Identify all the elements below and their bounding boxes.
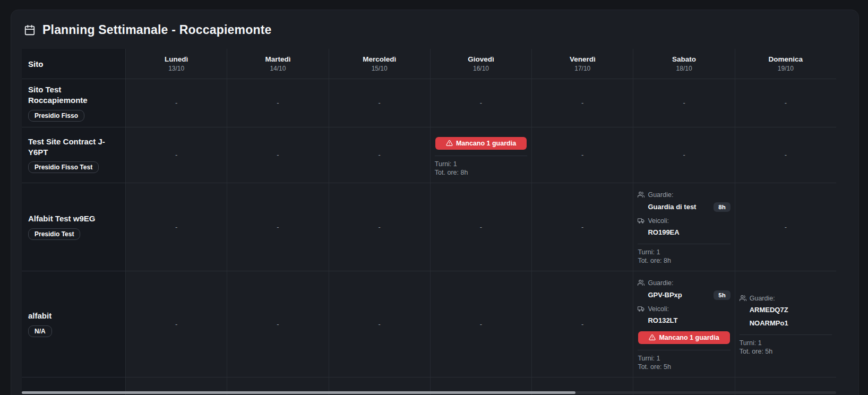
total-hours: Tot. ore: 5h	[638, 363, 730, 372]
planning-card: Planning Settimanale - Roccapiemonte Sit…	[11, 10, 859, 395]
day-cell[interactable]: Mancano 1 guardiaTurni: 1Tot. ore: 8h	[430, 127, 531, 183]
vehicle-entry: RO132LT	[638, 316, 730, 324]
day-cell[interactable]: -	[633, 79, 734, 127]
empty-dash: -	[379, 223, 381, 231]
day-cell[interactable]: Guardie:Guardia di test8hVeicoli:RO199EA…	[633, 183, 734, 271]
day-cell[interactable]: -	[125, 271, 227, 377]
day-cell[interactable]: -	[227, 271, 328, 377]
guard-name: NOARMPo1	[750, 319, 788, 327]
empty-dash: -	[581, 223, 583, 231]
day-header: Domenica19/10	[735, 49, 836, 79]
day-header: Mercoledì15/10	[329, 49, 430, 79]
horizontal-scrollbar-thumb[interactable]	[22, 391, 575, 394]
site-cell: Sito Test RoccapiemontePresidio Fisso	[22, 79, 125, 127]
day-cell[interactable]: -	[531, 127, 633, 183]
empty-dash: -	[277, 223, 279, 231]
table-header-row: Sito Lunedì13/10Martedì14/10Mercoledì15/…	[22, 49, 836, 79]
day-date: 19/10	[778, 65, 794, 72]
site-name: Sito Test Roccapiemonte	[28, 84, 119, 106]
vehicles-label-text: Veicoli:	[648, 217, 669, 225]
day-cell[interactable]: -	[531, 79, 633, 127]
day-cell[interactable]: Guardie:ARMEDQ7ZNOARMPo1Turni: 1Tot. ore…	[735, 271, 836, 377]
day-cell[interactable]: Guardie:GPV-BPxp5hVeicoli:RO132LTMancano…	[633, 271, 734, 377]
day-cell[interactable]: -	[430, 79, 531, 127]
missing-guard-badge: Mancano 1 guardia	[638, 331, 729, 344]
total-hours: Tot. ore: 5h	[740, 347, 832, 356]
table-row: Alfabit Test w9EGPresidio Test-----Guard…	[22, 183, 836, 271]
site-cell: Test Site Contract J-Y6PTPresidio Fisso …	[22, 127, 125, 183]
vehicles-label: Veicoli:	[638, 217, 730, 225]
guards-label-text: Guardie:	[648, 191, 673, 199]
vehicle-plate: RO132LT	[648, 316, 677, 324]
day-date: 13/10	[168, 65, 184, 72]
missing-guard-label: Mancano 1 guardia	[456, 140, 516, 147]
day-cell[interactable]: -	[531, 271, 633, 377]
day-cell[interactable]: -	[430, 183, 531, 271]
guards-label-text: Guardie:	[648, 279, 673, 287]
cell-summary: Turni: 1Tot. ore: 8h	[435, 156, 527, 177]
site-cell: Alfabit Test w9EGPresidio Test	[22, 183, 125, 271]
day-name: Giovedì	[468, 55, 494, 63]
empty-dash: -	[480, 223, 482, 231]
day-cell[interactable]: -	[125, 183, 227, 271]
empty-dash: -	[581, 99, 583, 107]
empty-dash: -	[379, 99, 381, 107]
day-date: 18/10	[676, 65, 692, 72]
day-cell[interactable]: -	[125, 79, 227, 127]
page-header: Planning Settimanale - Roccapiemonte	[24, 23, 848, 37]
day-cell[interactable]: -	[329, 127, 430, 183]
empty-dash: -	[683, 151, 685, 159]
vehicles-label-text: Veicoli:	[648, 305, 669, 313]
day-name: Martedì	[265, 55, 290, 63]
day-date: 15/10	[372, 65, 388, 72]
empty-dash: -	[277, 151, 279, 159]
vehicles-label: Veicoli:	[638, 305, 730, 313]
users-icon	[638, 279, 644, 286]
horizontal-scrollbar[interactable]	[22, 391, 836, 394]
warning-triangle-icon	[446, 140, 453, 147]
empty-dash: -	[785, 99, 787, 107]
site-type-badge: N/A	[28, 325, 52, 337]
day-cell[interactable]: -	[329, 183, 430, 271]
day-cell[interactable]: -	[125, 127, 227, 183]
day-cell[interactable]: -	[735, 79, 836, 127]
day-name: Mercoledì	[363, 55, 396, 63]
day-cell[interactable]: -	[735, 127, 836, 183]
users-icon	[638, 191, 644, 198]
day-cell[interactable]: -	[329, 79, 430, 127]
site-type-badge: Presidio Test	[28, 228, 80, 240]
day-date: 17/10	[574, 65, 590, 72]
day-cell[interactable]: -	[227, 127, 328, 183]
day-cell[interactable]: -	[227, 79, 328, 127]
shifts-count: Turni: 1	[435, 160, 527, 169]
day-cell[interactable]: -	[227, 183, 328, 271]
total-hours: Tot. ore: 8h	[638, 256, 730, 265]
page-title: Planning Settimanale - Roccapiemonte	[42, 23, 272, 37]
day-cell[interactable]: -	[531, 183, 633, 271]
planning-table: Sito Lunedì13/10Martedì14/10Mercoledì15/…	[22, 49, 836, 395]
site-name: Alfabit Test w9EG	[28, 213, 95, 224]
site-name: alfabit	[28, 311, 51, 321]
missing-guard-badge: Mancano 1 guardia	[435, 137, 527, 150]
table-row: Test Site Contract J-Y6PTPresidio Fisso …	[22, 127, 836, 183]
empty-dash: -	[785, 223, 787, 231]
empty-dash: -	[277, 320, 279, 328]
guard-entry: ARMEDQ7Z	[740, 306, 832, 314]
day-cell[interactable]: -	[430, 271, 531, 377]
day-cell[interactable]: -	[633, 127, 734, 183]
day-name: Domenica	[769, 55, 803, 63]
guard-name: Guardia di test	[648, 203, 696, 211]
total-hours: Tot. ore: 8h	[435, 168, 527, 177]
day-header: Martedì14/10	[227, 49, 328, 79]
day-cell[interactable]: -	[735, 183, 836, 271]
site-column-header: Sito	[22, 49, 125, 79]
users-icon	[740, 295, 746, 302]
guards-label-text: Guardie:	[750, 295, 775, 302]
guard-name: ARMEDQ7Z	[750, 306, 788, 314]
day-cell[interactable]: -	[329, 271, 430, 377]
shifts-count: Turni: 1	[740, 339, 832, 348]
table-body: Sito Test RoccapiemontePresidio Fisso---…	[22, 79, 836, 395]
empty-dash: -	[379, 320, 381, 328]
missing-guard-label: Mancano 1 guardia	[659, 334, 719, 341]
guards-label: Guardie:	[740, 295, 832, 302]
